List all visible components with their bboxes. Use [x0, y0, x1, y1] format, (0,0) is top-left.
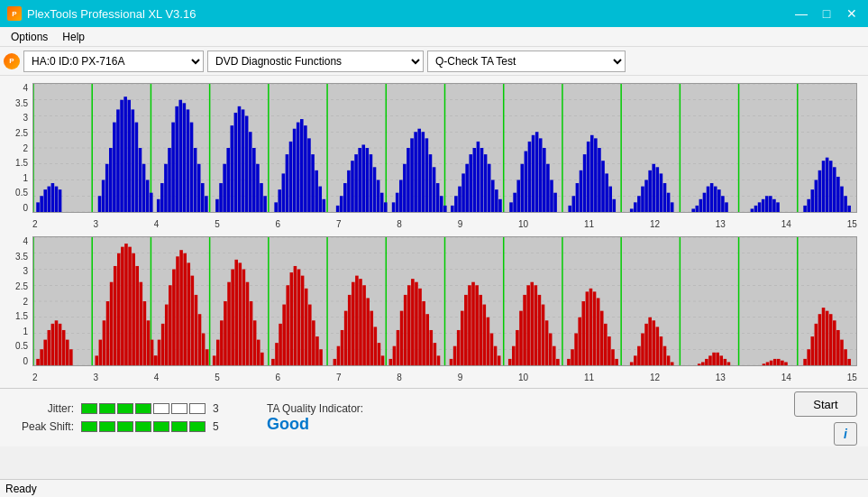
jitter-seg-1	[81, 403, 97, 414]
jitter-seg-5	[153, 403, 169, 414]
title-bar: P PlexTools Professional XL V3.16 — □ ✕	[0, 0, 868, 27]
blue-chart-area	[32, 83, 857, 213]
jitter-seg-2	[99, 403, 115, 414]
jitter-row: Jitter: 3	[11, 402, 231, 415]
jitter-seg-4	[135, 403, 151, 414]
peak-shift-label: Peak Shift:	[11, 420, 74, 433]
action-buttons: Start i	[794, 388, 857, 447]
peak-seg-5	[153, 421, 169, 432]
blue-chart-wrapper: 4 3.5 3 2.5 2 1.5 1 0.5 0 2 3 4 5 6 7 8 …	[4, 79, 864, 231]
bottom-panel: Jitter: 3 Peak Shift:	[0, 388, 868, 446]
main-content: 4 3.5 3 2.5 2 1.5 1 0.5 0 2 3 4 5 6 7 8 …	[0, 76, 868, 388]
toolbar: P HA:0 ID:0 PX-716A DVD Diagnostic Funct…	[0, 47, 868, 76]
menu-bar: Options Help	[0, 27, 868, 47]
ta-quality-value: Good	[267, 415, 309, 434]
peak-seg-4	[135, 421, 151, 432]
red-chart-x-axis: 2 3 4 5 6 7 8 9 10 11 12 13 14 15	[32, 373, 857, 382]
peak-shift-meter	[81, 421, 206, 432]
menu-options[interactable]: Options	[4, 29, 55, 45]
jitter-meter	[81, 403, 206, 414]
peak-shift-row: Peak Shift: 5	[11, 420, 231, 433]
red-chart-y-axis: 4 3.5 3 2.5 2 1.5 1 0.5 0	[4, 236, 31, 366]
minimize-button[interactable]: —	[792, 5, 810, 23]
jitter-label: Jitter:	[11, 402, 74, 415]
blue-chart-y-axis: 4 3.5 3 2.5 2 1.5 1 0.5 0	[4, 83, 31, 213]
ta-quality-label: TA Quality Indicator:	[267, 402, 363, 415]
jitter-seg-3	[117, 403, 133, 414]
info-button[interactable]: i	[834, 422, 857, 446]
red-chart-canvas	[33, 237, 856, 365]
close-button[interactable]: ✕	[843, 5, 861, 23]
peak-shift-value: 5	[213, 420, 231, 433]
title-bar-controls: — □ ✕	[792, 5, 861, 23]
metrics-section: Jitter: 3 Peak Shift:	[11, 402, 231, 433]
menu-help[interactable]: Help	[55, 29, 92, 45]
red-chart-wrapper: 4 3.5 3 2.5 2 1.5 1 0.5 0 2 3 4 5 6 7 8 …	[4, 233, 864, 384]
blue-chart-canvas	[33, 84, 856, 212]
title-bar-left: P PlexTools Professional XL V3.16	[7, 6, 196, 21]
peak-seg-1	[81, 421, 97, 432]
red-chart-area	[32, 236, 857, 366]
app-icon: P	[7, 6, 22, 21]
blue-chart-x-axis: 2 3 4 5 6 7 8 9 10 11 12 13 14 15	[32, 219, 857, 229]
peak-seg-6	[171, 421, 187, 432]
status-bar: Ready	[0, 479, 868, 497]
drive-selector[interactable]: HA:0 ID:0 PX-716A	[23, 51, 204, 72]
drive-icon: P	[4, 53, 20, 69]
start-button[interactable]: Start	[794, 391, 857, 417]
jitter-value: 3	[213, 402, 231, 415]
app-title: PlexTools Professional XL V3.16	[27, 7, 196, 21]
status-text: Ready	[5, 483, 37, 495]
peak-seg-2	[99, 421, 115, 432]
function-selector[interactable]: DVD Diagnostic Functions	[207, 51, 424, 72]
peak-seg-7	[189, 421, 206, 432]
jitter-seg-6	[171, 403, 187, 414]
maximize-button[interactable]: □	[818, 5, 836, 23]
jitter-seg-7	[189, 403, 206, 414]
peak-seg-3	[117, 421, 133, 432]
test-selector[interactable]: Q-Check TA Test	[427, 51, 626, 72]
ta-quality-section: TA Quality Indicator: Good	[267, 402, 363, 434]
